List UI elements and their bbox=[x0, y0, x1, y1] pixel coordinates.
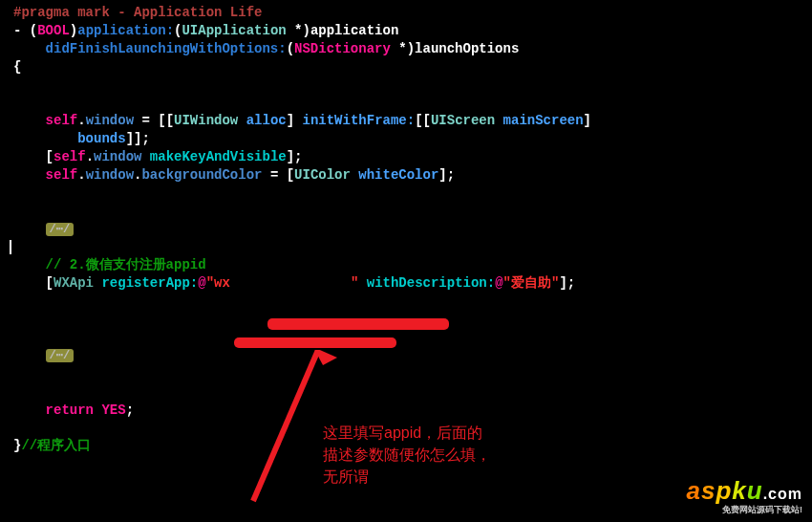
text-cursor bbox=[10, 240, 11, 254]
code-line-makekey: [self.window makeKeyAndVisible]; bbox=[0, 148, 812, 166]
code-line-window-init: self.window = [[UIWindow alloc] initWith… bbox=[0, 112, 812, 130]
code-line-blank bbox=[0, 76, 812, 95]
redaction-mark bbox=[234, 337, 396, 348]
watermark: aspku.com 免费网站源码下载站! bbox=[686, 476, 802, 516]
code-line-blank bbox=[0, 185, 812, 203]
annotation-text: 这里填写appid，后面的 描述参数随便你怎么填， 无所谓 bbox=[323, 422, 491, 489]
code-line-cursor bbox=[0, 239, 812, 257]
code-line-method-sig-2: didFinishLaunchingWithOptions:(NSDiction… bbox=[0, 40, 812, 58]
code-line-blank bbox=[0, 329, 812, 347]
code-line-comment-wx: // 2.微信支付注册appid bbox=[0, 256, 812, 274]
code-line-blank bbox=[0, 94, 812, 112]
code-line-blank bbox=[0, 293, 812, 311]
code-line-window-bounds: bounds]]; bbox=[0, 130, 812, 148]
code-line-fold-1[interactable]: /⋯/ bbox=[0, 221, 812, 239]
code-line-fold-2[interactable]: /⋯/ bbox=[0, 347, 812, 365]
watermark-brand: aspku.com bbox=[686, 476, 802, 506]
code-line-wxapi: [WXApi registerApp:@"wxxxxxxxxxxxxxxxx" … bbox=[0, 274, 812, 293]
fold-icon[interactable]: /⋯/ bbox=[46, 223, 75, 236]
code-line-blank bbox=[0, 383, 812, 402]
redaction-mark bbox=[267, 318, 449, 330]
code-line-bgcolor: self.window.backgroundColor = [UIColor w… bbox=[0, 166, 812, 185]
fold-icon[interactable]: /⋯/ bbox=[46, 349, 75, 362]
code-line-blank bbox=[0, 365, 812, 383]
code-line-return: return YES; bbox=[0, 402, 812, 420]
code-line-pragma: #pragma mark - Application Life bbox=[0, 4, 812, 22]
code-line-brace-open: { bbox=[0, 58, 812, 76]
code-line-blank bbox=[0, 203, 812, 221]
code-line-method-sig-1: - (BOOL)application:(UIApplication *)app… bbox=[0, 22, 812, 40]
